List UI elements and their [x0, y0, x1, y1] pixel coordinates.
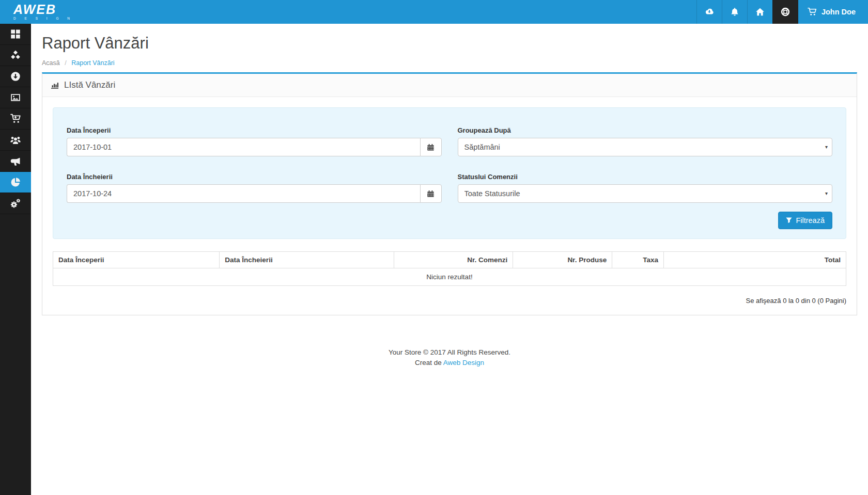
pie-chart-icon: [10, 177, 21, 187]
notifications-button[interactable]: [722, 0, 747, 24]
group-by-select-wrap: Săptămâni: [458, 138, 833, 156]
group-by-select[interactable]: Săptămâni: [458, 138, 833, 156]
sales-report-table: Data Începerii Data Încheierii Nr. Comen…: [53, 251, 846, 286]
logo-subtext: D E S I G N: [13, 17, 73, 21]
page-title: Raport Vânzări: [42, 34, 857, 53]
calendar-icon: [427, 143, 435, 151]
filter-well: Data Începerii: [53, 107, 846, 239]
panel-heading: LIstă Vânzări: [42, 74, 857, 97]
copyright-text: Your Store © 2017 All Rights Reserved.: [42, 347, 857, 358]
col-start-date: Data Începerii: [53, 252, 220, 268]
sidebar-item-extensions[interactable]: [0, 66, 31, 87]
home-icon: [755, 7, 765, 17]
sidebar-item-reports[interactable]: [0, 172, 31, 193]
life-ring-icon: [781, 7, 790, 17]
breadcrumb-home-link[interactable]: Acasă: [42, 59, 60, 67]
cart-icon: [808, 7, 817, 17]
table-header-row: Data Începerii Data Încheierii Nr. Comen…: [53, 252, 846, 268]
sales-report-panel: LIstă Vânzări Data Începerii: [42, 72, 857, 315]
image-icon: [10, 92, 21, 103]
sidebar-item-sales[interactable]: [0, 108, 31, 130]
sidebar-item-dashboard[interactable]: [0, 24, 31, 45]
filter-button[interactable]: Filtrează: [778, 212, 832, 229]
calendar-icon: [427, 190, 435, 198]
user-menu[interactable]: John Doe: [798, 0, 868, 24]
sidebar-item-customers[interactable]: [0, 130, 31, 151]
sidebar-item-design[interactable]: [0, 87, 31, 108]
breadcrumb-separator: /: [65, 59, 66, 67]
col-orders: Nr. Comenzi: [394, 252, 513, 268]
page-footer: Your Store © 2017 All Rights Reserved. C…: [42, 347, 857, 369]
bar-chart-icon: [51, 81, 59, 89]
sidebar-item-catalog[interactable]: [0, 45, 31, 66]
credit-link[interactable]: Aweb Design: [443, 359, 484, 366]
empty-result-row: Niciun rezultat!: [53, 268, 846, 286]
end-date-calendar-button[interactable]: [420, 184, 442, 203]
col-total: Total: [663, 252, 846, 268]
breadcrumb-current-link[interactable]: Raport Vânzări: [71, 59, 114, 67]
start-date-calendar-button[interactable]: [420, 138, 442, 156]
support-button[interactable]: [772, 0, 798, 24]
sidebar: [0, 24, 31, 495]
col-tax: Taxa: [612, 252, 664, 268]
top-header: AWEB D E S I G N: [0, 0, 868, 24]
start-date-input[interactable]: [67, 138, 420, 156]
bullhorn-icon: [10, 156, 21, 166]
app-logo[interactable]: AWEB D E S I G N: [0, 0, 73, 24]
cloud-download-icon: [705, 7, 714, 17]
end-date-input[interactable]: [67, 184, 420, 203]
cogs-icon: [10, 198, 21, 209]
order-status-group: Statuslui Comenzii Toate Statusurile: [458, 173, 833, 203]
arrow-circle-down-icon: [10, 71, 21, 82]
panel-title: LIstă Vânzări: [64, 80, 115, 90]
home-button[interactable]: [747, 0, 772, 24]
th-large-icon: [10, 29, 21, 39]
order-status-label: Statuslui Comenzii: [458, 173, 833, 181]
bell-icon: [730, 7, 739, 17]
end-date-group: Data Încheierii: [67, 173, 442, 203]
cloud-download-button[interactable]: [696, 0, 722, 24]
users-icon: [10, 135, 21, 145]
cubes-icon: [10, 50, 21, 60]
topbar-actions: John Doe: [696, 0, 868, 24]
group-by-group: Groupează După Săptămâni: [458, 126, 833, 156]
cart-arrow-down-icon: [10, 114, 21, 124]
sidebar-item-marketing[interactable]: [0, 151, 31, 172]
group-by-label: Groupează După: [458, 126, 833, 134]
order-status-select[interactable]: Toate Statusurile: [458, 184, 833, 203]
sidebar-item-system[interactable]: [0, 193, 31, 214]
user-name: John Doe: [822, 8, 856, 16]
col-end-date: Data Încheierii: [220, 252, 394, 268]
breadcrumb: Acasă / Raport Vânzări: [42, 59, 857, 67]
main-content: Raport Vânzări Acasă / Raport Vânzări LI…: [31, 24, 868, 369]
credit-prefix: Creat de: [415, 359, 442, 366]
pagination-info: Se afişează 0 la 0 din 0 (0 Pagini): [53, 297, 846, 305]
start-date-label: Data Începerii: [67, 126, 442, 134]
filter-icon: [786, 217, 792, 223]
end-date-label: Data Încheierii: [67, 173, 442, 181]
col-products: Nr. Produse: [513, 252, 612, 268]
order-status-select-wrap: Toate Statusurile: [458, 184, 833, 203]
empty-result-text: Niciun rezultat!: [53, 268, 846, 286]
start-date-group: Data Începerii: [67, 126, 442, 156]
logo-text: AWEB: [13, 3, 73, 16]
